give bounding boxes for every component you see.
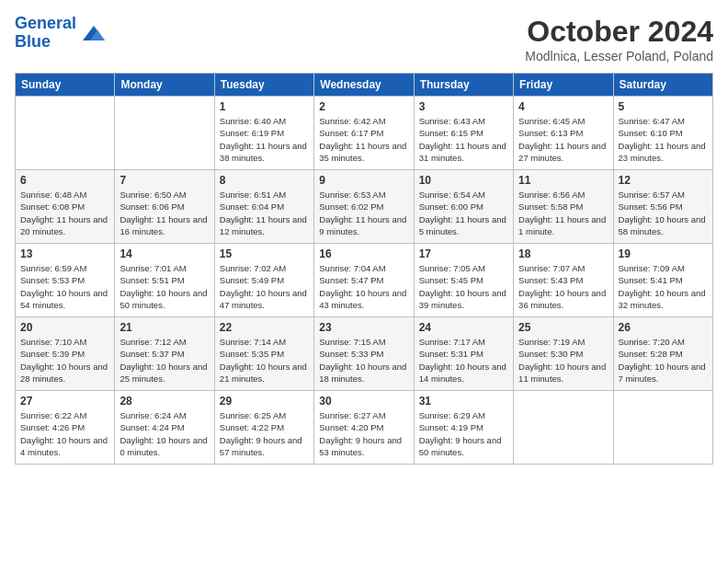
- calendar-cell: 19Sunrise: 7:09 AM Sunset: 5:41 PM Dayli…: [613, 244, 712, 317]
- calendar-cell: 31Sunrise: 6:29 AM Sunset: 4:19 PM Dayli…: [414, 391, 513, 465]
- calendar-cell: [115, 97, 214, 170]
- calendar-cell: 1Sunrise: 6:40 AM Sunset: 6:19 PM Daylig…: [214, 97, 313, 170]
- day-number: 21: [119, 321, 209, 334]
- cell-info: Sunrise: 7:20 AM Sunset: 5:28 PM Dayligh…: [619, 336, 708, 385]
- cell-info: Sunrise: 7:05 AM Sunset: 5:45 PM Dayligh…: [419, 262, 508, 311]
- day-number: 27: [20, 395, 109, 408]
- calendar-cell: 23Sunrise: 7:15 AM Sunset: 5:33 PM Dayli…: [314, 317, 414, 391]
- day-number: 14: [119, 247, 209, 260]
- cell-info: Sunrise: 6:48 AM Sunset: 6:08 PM Dayligh…: [20, 189, 109, 237]
- calendar-cell: 13Sunrise: 6:59 AM Sunset: 5:53 PM Dayli…: [16, 244, 115, 317]
- day-number: 13: [20, 247, 109, 260]
- day-number: 17: [419, 247, 508, 260]
- cell-info: Sunrise: 6:43 AM Sunset: 6:15 PM Dayligh…: [419, 115, 508, 164]
- cell-info: Sunrise: 6:22 AM Sunset: 4:26 PM Dayligh…: [20, 409, 109, 458]
- day-number: 10: [419, 174, 508, 187]
- calendar-cell: 14Sunrise: 7:01 AM Sunset: 5:51 PM Dayli…: [115, 244, 214, 317]
- logo-icon: [79, 22, 108, 44]
- calendar-header-row: SundayMondayTuesdayWednesdayThursdayFrid…: [16, 74, 713, 97]
- calendar-week-2: 6Sunrise: 6:48 AM Sunset: 6:08 PM Daylig…: [16, 170, 713, 244]
- cell-info: Sunrise: 6:27 AM Sunset: 4:20 PM Dayligh…: [319, 409, 408, 458]
- cell-info: Sunrise: 7:14 AM Sunset: 5:35 PM Dayligh…: [220, 336, 309, 385]
- calendar-header-sunday: Sunday: [16, 74, 115, 97]
- day-number: 15: [220, 247, 309, 260]
- cell-info: Sunrise: 7:02 AM Sunset: 5:49 PM Dayligh…: [220, 262, 309, 311]
- cell-info: Sunrise: 6:25 AM Sunset: 4:22 PM Dayligh…: [220, 409, 309, 458]
- calendar-table: SundayMondayTuesdayWednesdayThursdayFrid…: [15, 73, 713, 465]
- calendar-header-thursday: Thursday: [414, 74, 513, 97]
- title-block: October 2024 Modlnica, Lesser Poland, Po…: [525, 15, 713, 63]
- month-title: October 2024: [525, 15, 713, 49]
- calendar-week-5: 27Sunrise: 6:22 AM Sunset: 4:26 PM Dayli…: [16, 391, 713, 465]
- calendar-header-tuesday: Tuesday: [214, 74, 313, 97]
- day-number: 2: [319, 100, 408, 113]
- cell-info: Sunrise: 7:15 AM Sunset: 5:33 PM Dayligh…: [319, 336, 408, 385]
- day-number: 26: [619, 321, 708, 334]
- cell-info: Sunrise: 6:40 AM Sunset: 6:19 PM Dayligh…: [220, 115, 309, 164]
- calendar-cell: 9Sunrise: 6:53 AM Sunset: 6:02 PM Daylig…: [314, 170, 414, 244]
- cell-info: Sunrise: 7:04 AM Sunset: 5:47 PM Dayligh…: [319, 262, 408, 311]
- calendar-cell: 28Sunrise: 6:24 AM Sunset: 4:24 PM Dayli…: [115, 391, 214, 465]
- day-number: 11: [518, 174, 608, 187]
- calendar-cell: [16, 97, 115, 170]
- day-number: 29: [220, 395, 309, 408]
- calendar-cell: 17Sunrise: 7:05 AM Sunset: 5:45 PM Dayli…: [414, 244, 513, 317]
- cell-info: Sunrise: 6:56 AM Sunset: 5:58 PM Dayligh…: [518, 189, 608, 237]
- day-number: 30: [319, 395, 408, 408]
- day-number: 9: [319, 174, 408, 187]
- calendar-header-saturday: Saturday: [613, 74, 712, 97]
- calendar-header-friday: Friday: [514, 74, 613, 97]
- day-number: 24: [419, 321, 508, 334]
- cell-info: Sunrise: 6:29 AM Sunset: 4:19 PM Dayligh…: [419, 409, 508, 458]
- day-number: 16: [319, 247, 408, 260]
- cell-info: Sunrise: 6:51 AM Sunset: 6:04 PM Dayligh…: [220, 189, 309, 237]
- calendar-week-3: 13Sunrise: 6:59 AM Sunset: 5:53 PM Dayli…: [16, 244, 713, 317]
- calendar-cell: 18Sunrise: 7:07 AM Sunset: 5:43 PM Dayli…: [514, 244, 613, 317]
- cell-info: Sunrise: 6:59 AM Sunset: 5:53 PM Dayligh…: [20, 262, 109, 311]
- cell-info: Sunrise: 7:10 AM Sunset: 5:39 PM Dayligh…: [20, 336, 109, 385]
- cell-info: Sunrise: 6:57 AM Sunset: 5:56 PM Dayligh…: [619, 189, 708, 237]
- cell-info: Sunrise: 7:12 AM Sunset: 5:37 PM Dayligh…: [119, 336, 209, 385]
- calendar-cell: 30Sunrise: 6:27 AM Sunset: 4:20 PM Dayli…: [314, 391, 414, 465]
- day-number: 23: [319, 321, 408, 334]
- cell-info: Sunrise: 6:50 AM Sunset: 6:06 PM Dayligh…: [119, 189, 209, 237]
- day-number: 19: [619, 247, 708, 260]
- cell-info: Sunrise: 7:19 AM Sunset: 5:30 PM Dayligh…: [518, 336, 608, 385]
- day-number: 8: [220, 174, 309, 187]
- cell-info: Sunrise: 6:53 AM Sunset: 6:02 PM Dayligh…: [319, 189, 408, 237]
- calendar-week-1: 1Sunrise: 6:40 AM Sunset: 6:19 PM Daylig…: [16, 97, 713, 170]
- cell-info: Sunrise: 6:54 AM Sunset: 6:00 PM Dayligh…: [419, 189, 508, 237]
- day-number: 22: [220, 321, 309, 334]
- calendar-cell: 15Sunrise: 7:02 AM Sunset: 5:49 PM Dayli…: [214, 244, 313, 317]
- day-number: 1: [220, 100, 309, 113]
- calendar-header-wednesday: Wednesday: [314, 74, 414, 97]
- calendar-header-monday: Monday: [115, 74, 214, 97]
- page-header: General Blue October 2024 Modlnica, Less…: [15, 15, 713, 63]
- cell-info: Sunrise: 6:45 AM Sunset: 6:13 PM Dayligh…: [518, 115, 608, 164]
- day-number: 7: [119, 174, 209, 187]
- day-number: 6: [20, 174, 109, 187]
- cell-info: Sunrise: 6:47 AM Sunset: 6:10 PM Dayligh…: [619, 115, 708, 164]
- calendar-cell: [514, 391, 613, 465]
- calendar-cell: 7Sunrise: 6:50 AM Sunset: 6:06 PM Daylig…: [115, 170, 214, 244]
- calendar-cell: 22Sunrise: 7:14 AM Sunset: 5:35 PM Dayli…: [214, 317, 313, 391]
- day-number: 20: [20, 321, 109, 334]
- location: Modlnica, Lesser Poland, Poland: [525, 49, 713, 63]
- cell-info: Sunrise: 7:17 AM Sunset: 5:31 PM Dayligh…: [419, 336, 508, 385]
- calendar-cell: [613, 391, 712, 465]
- calendar-cell: 10Sunrise: 6:54 AM Sunset: 6:00 PM Dayli…: [414, 170, 513, 244]
- day-number: 28: [119, 395, 209, 408]
- day-number: 18: [518, 247, 608, 260]
- calendar-week-4: 20Sunrise: 7:10 AM Sunset: 5:39 PM Dayli…: [16, 317, 713, 391]
- logo-text: General Blue: [15, 15, 76, 52]
- calendar-cell: 26Sunrise: 7:20 AM Sunset: 5:28 PM Dayli…: [613, 317, 712, 391]
- calendar-cell: 11Sunrise: 6:56 AM Sunset: 5:58 PM Dayli…: [514, 170, 613, 244]
- calendar-cell: 6Sunrise: 6:48 AM Sunset: 6:08 PM Daylig…: [16, 170, 115, 244]
- day-number: 4: [518, 100, 608, 113]
- day-number: 12: [619, 174, 708, 187]
- calendar-cell: 24Sunrise: 7:17 AM Sunset: 5:31 PM Dayli…: [414, 317, 513, 391]
- calendar-cell: 8Sunrise: 6:51 AM Sunset: 6:04 PM Daylig…: [214, 170, 313, 244]
- day-number: 3: [419, 100, 508, 113]
- calendar-cell: 4Sunrise: 6:45 AM Sunset: 6:13 PM Daylig…: [514, 97, 613, 170]
- cell-info: Sunrise: 6:24 AM Sunset: 4:24 PM Dayligh…: [119, 409, 209, 458]
